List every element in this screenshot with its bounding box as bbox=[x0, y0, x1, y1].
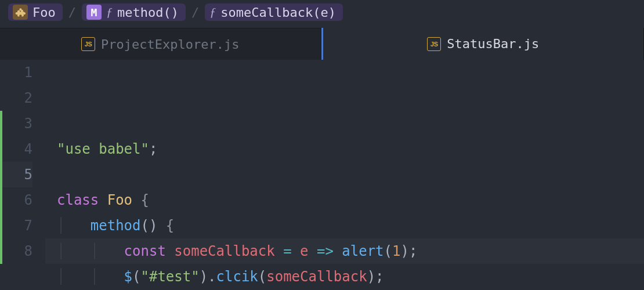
js-file-icon: JS bbox=[427, 37, 441, 51]
breadcrumb: Foo / M ƒ method() / ƒ someCallback(e) bbox=[0, 0, 644, 28]
function-f-icon: ƒ bbox=[209, 5, 216, 20]
tab-status-bar[interactable]: JS StatusBar.js bbox=[321, 28, 645, 60]
tab-label: ProjectExplorer.js bbox=[101, 37, 239, 52]
line-number: 8 bbox=[0, 238, 32, 264]
breadcrumb-label: method() bbox=[117, 5, 179, 20]
code-line[interactable]: │ method() { bbox=[45, 213, 644, 238]
line-number: 5 bbox=[0, 162, 32, 187]
line-gutter: 12345678 bbox=[0, 60, 45, 290]
line-number: 6 bbox=[0, 187, 32, 213]
breadcrumb-separator: / bbox=[191, 5, 199, 20]
modified-indicator bbox=[0, 111, 2, 264]
line-number: 3 bbox=[0, 111, 32, 136]
code-line[interactable]: │ │ const someCallback = e => alert(1); bbox=[45, 238, 644, 264]
line-number: 4 bbox=[0, 136, 32, 162]
code-line[interactable]: class Foo { bbox=[45, 187, 644, 213]
breadcrumb-separator: / bbox=[68, 5, 76, 20]
line-number: 2 bbox=[0, 85, 32, 111]
puzzle-icon bbox=[13, 5, 28, 20]
breadcrumb-item-callback[interactable]: ƒ someCallback(e) bbox=[205, 3, 343, 21]
tab-label: StatusBar.js bbox=[447, 37, 539, 51]
method-badge-icon: M bbox=[86, 5, 102, 20]
code-editor[interactable]: 12345678 "use babel";class Foo {│ method… bbox=[0, 60, 644, 290]
function-f-icon: ƒ bbox=[106, 5, 113, 20]
code-line[interactable]: │ │ $("#test").clcik(someCallback); bbox=[45, 264, 644, 289]
code-line[interactable] bbox=[45, 162, 644, 187]
js-file-icon: JS bbox=[81, 37, 95, 51]
tab-bar: JS ProjectExplorer.js JS StatusBar.js bbox=[0, 28, 644, 60]
code-area[interactable]: "use babel";class Foo {│ method() {│ │ c… bbox=[45, 60, 644, 290]
breadcrumb-label: Foo bbox=[32, 5, 56, 20]
line-number: 1 bbox=[0, 60, 32, 85]
breadcrumb-item-method[interactable]: M ƒ method() bbox=[82, 3, 186, 21]
line-number: 7 bbox=[0, 213, 32, 238]
code-line[interactable]: "use babel"; bbox=[45, 136, 644, 162]
tab-project-explorer[interactable]: JS ProjectExplorer.js bbox=[0, 28, 321, 60]
breadcrumb-item-class[interactable]: Foo bbox=[8, 3, 63, 21]
breadcrumb-label: someCallback(e) bbox=[220, 5, 336, 20]
